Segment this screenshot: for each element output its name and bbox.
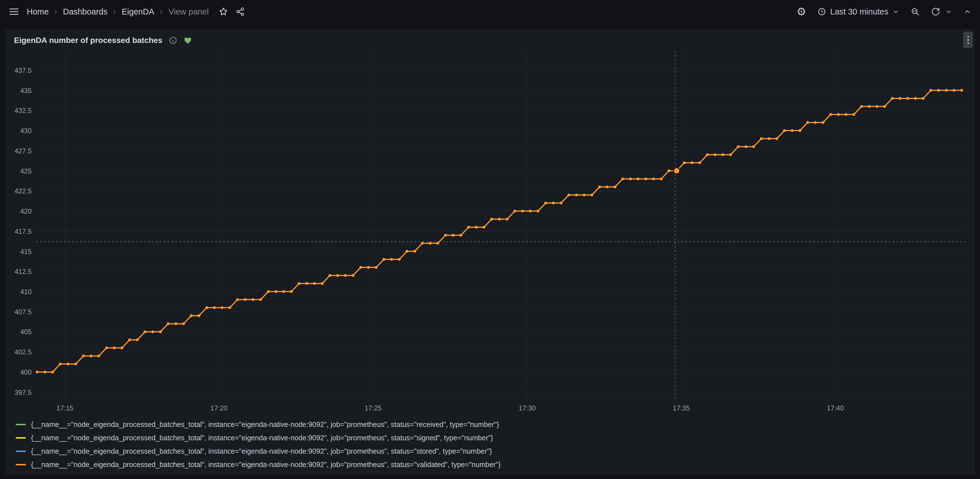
breadcrumb-item-view-panel: View panel bbox=[169, 7, 208, 16]
legend-marker bbox=[16, 424, 26, 425]
svg-text:427.5: 427.5 bbox=[14, 147, 32, 155]
svg-text:17:30: 17:30 bbox=[519, 404, 536, 412]
y-axis-labels: 397.5400402.5405407.5410412.5415417.5420… bbox=[14, 67, 32, 396]
svg-text:425: 425 bbox=[20, 167, 32, 175]
legend-label: {__name__="node_eigenda_processed_batche… bbox=[31, 460, 501, 469]
zoom-out-icon[interactable] bbox=[910, 7, 920, 16]
breadcrumb-item-dashboards[interactable]: Dashboards bbox=[63, 7, 107, 16]
legend-label: {__name__="node_eigenda_processed_batche… bbox=[31, 420, 499, 429]
breadcrumb: Home Dashboards EigenDA View panel bbox=[27, 7, 209, 16]
star-icon[interactable] bbox=[218, 7, 228, 16]
time-range-picker[interactable]: Last 30 minutes bbox=[818, 7, 899, 16]
info-icon[interactable] bbox=[169, 36, 177, 44]
svg-text:400: 400 bbox=[20, 368, 32, 376]
legend-marker bbox=[16, 437, 26, 439]
legend-marker bbox=[16, 450, 26, 452]
legend-item[interactable]: {__name__="node_eigenda_processed_batche… bbox=[16, 444, 970, 458]
crosshair bbox=[36, 51, 966, 400]
svg-text:410: 410 bbox=[20, 288, 32, 295]
legend-label: {__name__="node_eigenda_processed_batche… bbox=[31, 447, 492, 455]
hovered-point bbox=[673, 168, 680, 174]
svg-text:420: 420 bbox=[20, 207, 32, 215]
svg-text:397.5: 397.5 bbox=[14, 389, 32, 396]
svg-text:407.5: 407.5 bbox=[14, 308, 32, 316]
chevron-right-icon bbox=[111, 8, 118, 15]
panel-title: EigenDA number of processed batches bbox=[14, 36, 162, 45]
gear-icon[interactable]: ⚙ bbox=[797, 6, 806, 17]
chevron-right-icon bbox=[52, 8, 59, 15]
heart-icon bbox=[183, 36, 192, 44]
nav-right-actions: ⚙ Last 30 minutes bbox=[797, 6, 972, 17]
refresh-controls bbox=[931, 7, 952, 16]
timeseries-chart[interactable]: 397.5400402.5405407.5410412.5415417.5420… bbox=[5, 51, 975, 414]
top-nav: Home Dashboards EigenDA View panel ⚙ Las… bbox=[0, 0, 980, 23]
legend-item[interactable]: {__name__="node_eigenda_processed_batche… bbox=[16, 418, 970, 431]
svg-text:17:25: 17:25 bbox=[364, 404, 382, 412]
share-icon[interactable] bbox=[235, 7, 245, 16]
svg-text:422.5: 422.5 bbox=[14, 187, 32, 195]
panel-eigenda-processed-batches: EigenDA number of processed batches 397.… bbox=[5, 30, 975, 474]
svg-text:435: 435 bbox=[20, 87, 32, 94]
gridlines bbox=[36, 51, 966, 400]
svg-text:17:20: 17:20 bbox=[210, 404, 228, 412]
chevron-up-icon[interactable] bbox=[964, 8, 972, 16]
chart-legend: {__name__="node_eigenda_processed_batche… bbox=[16, 418, 970, 471]
refresh-icon[interactable] bbox=[931, 7, 940, 16]
refresh-interval-chevron-icon[interactable] bbox=[945, 8, 952, 15]
clock-icon bbox=[818, 7, 826, 16]
legend-label: {__name__="node_eigenda_processed_batche… bbox=[31, 434, 493, 442]
kebab-icon bbox=[967, 42, 969, 44]
svg-text:17:40: 17:40 bbox=[827, 404, 844, 412]
svg-text:405: 405 bbox=[20, 328, 32, 336]
chevron-down-icon bbox=[892, 8, 899, 15]
x-axis-labels: 17:1517:2017:2517:3017:3517:40 bbox=[56, 404, 844, 412]
svg-text:415: 415 bbox=[20, 248, 32, 255]
kebab-icon bbox=[967, 39, 969, 41]
timeseries-chart-svg[interactable]: 397.5400402.5405407.5410412.5415417.5420… bbox=[5, 51, 975, 414]
kebab-icon bbox=[967, 36, 969, 38]
svg-text:430: 430 bbox=[20, 127, 32, 135]
panel-menu-button[interactable] bbox=[963, 32, 973, 48]
legend-item[interactable]: {__name__="node_eigenda_processed_batche… bbox=[16, 431, 970, 444]
time-range-label: Last 30 minutes bbox=[830, 7, 888, 16]
breadcrumb-item-eigenda[interactable]: EigenDA bbox=[122, 7, 154, 16]
panel-header: EigenDA number of processed batches bbox=[5, 30, 975, 51]
svg-text:437.5: 437.5 bbox=[14, 67, 32, 74]
legend-marker bbox=[16, 464, 26, 465]
svg-text:412.5: 412.5 bbox=[14, 268, 32, 275]
svg-text:17:35: 17:35 bbox=[673, 404, 690, 412]
chevron-right-icon bbox=[158, 8, 164, 15]
svg-text:402.5: 402.5 bbox=[14, 348, 32, 356]
svg-text:432.5: 432.5 bbox=[14, 107, 32, 114]
legend-item[interactable]: {__name__="node_eigenda_processed_batche… bbox=[16, 458, 970, 471]
svg-text:417.5: 417.5 bbox=[14, 228, 32, 235]
menu-icon[interactable] bbox=[8, 6, 19, 17]
svg-text:17:15: 17:15 bbox=[56, 404, 73, 412]
breadcrumb-item-home[interactable]: Home bbox=[27, 7, 49, 16]
